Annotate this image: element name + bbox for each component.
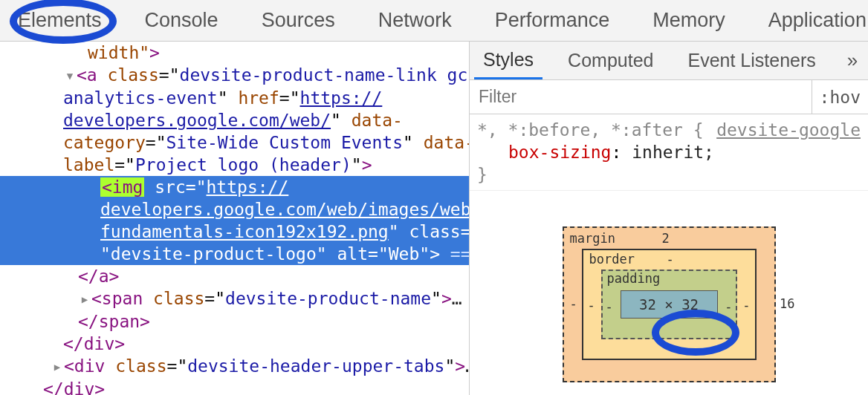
tab-network[interactable]: Network <box>368 9 462 32</box>
padding-left-value: - <box>606 299 613 314</box>
margin-top-value: 2 <box>662 231 670 246</box>
expand-icon[interactable]: ▶ <box>51 356 64 378</box>
subtabs-overflow-icon[interactable]: » <box>847 49 858 72</box>
content-size: 32 × 32 <box>621 290 718 319</box>
styles-pane: Styles Computed Event Listeners » :hov *… <box>469 42 868 395</box>
subtab-event-listeners[interactable]: Event Listeners <box>678 42 824 79</box>
margin-left-value: - <box>570 296 577 311</box>
elements-dom-tree[interactable]: width"> ▼<a class="devsite-product-name-… <box>0 42 469 395</box>
margin-right-value: 16 <box>780 296 794 311</box>
padding-label: padding <box>607 271 661 286</box>
box-model-diagram[interactable]: margin 2 16 - border - - - padding - - 3… <box>470 191 868 395</box>
tab-application[interactable]: Application <box>758 9 868 32</box>
tab-sources[interactable]: Sources <box>251 9 346 32</box>
css-source-link[interactable]: devsite-google <box>716 119 861 141</box>
dom-partial-attr: width" <box>88 43 149 62</box>
tab-performance[interactable]: Performance <box>485 9 621 32</box>
border-label: border <box>589 252 635 267</box>
tab-memory[interactable]: Memory <box>642 9 736 32</box>
border-left-value: - <box>588 298 595 313</box>
styles-filter-input[interactable] <box>470 80 812 114</box>
subtab-computed[interactable]: Computed <box>559 42 662 79</box>
selected-dom-node[interactable]: <img src="https:// developers.google.com… <box>0 176 469 265</box>
collapse-icon[interactable]: ▼ <box>63 65 77 87</box>
tab-elements[interactable]: Elements <box>7 9 112 32</box>
subtab-styles[interactable]: Styles <box>474 42 542 79</box>
border-top-value: - <box>667 252 674 267</box>
expand-icon[interactable]: ▶ <box>78 288 91 310</box>
devtools-main-tabs: Elements Console Sources Network Perform… <box>0 0 868 42</box>
tab-console[interactable]: Console <box>135 9 229 32</box>
padding-right-value: - <box>725 299 732 314</box>
styles-subtabs: Styles Computed Event Listeners » <box>470 42 868 80</box>
css-rule[interactable]: *, *:before, *:after {devsite-google box… <box>470 114 868 191</box>
hov-toggle[interactable]: :hov <box>812 88 868 107</box>
border-right-value: - <box>742 298 750 313</box>
margin-label: margin <box>570 231 615 246</box>
